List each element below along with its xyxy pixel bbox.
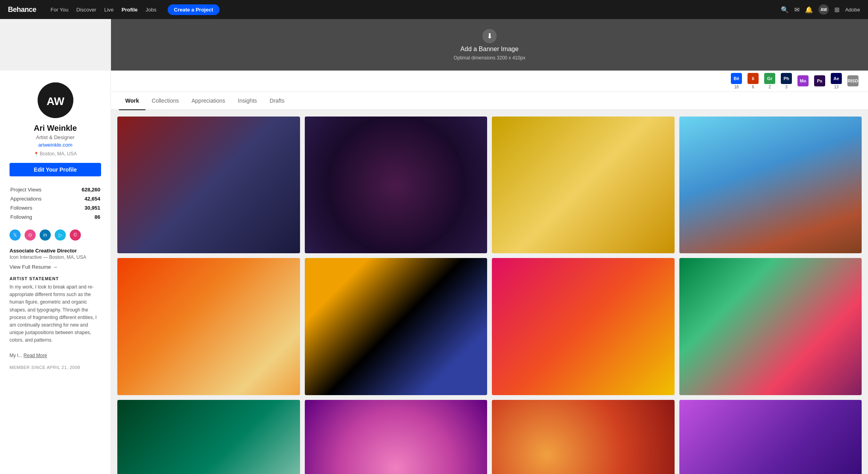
user-location: Boston, MA, USA xyxy=(10,151,101,157)
user-website[interactable]: ariweinkle.com xyxy=(10,142,101,148)
risd-badge-icon: RISD xyxy=(847,75,858,86)
badge-premiere: Ps xyxy=(813,75,827,87)
stats-table: Project Views 628,260 Appreciations 42,6… xyxy=(10,184,101,222)
apps-grid-icon[interactable]: ⊞ xyxy=(834,6,839,13)
portfolio-item[interactable] xyxy=(679,117,862,253)
tab-insights[interactable]: Insights xyxy=(231,92,263,110)
member-since: MEMBER SINCE APRIL 21, 2008 xyxy=(10,365,101,370)
tabs-bar: Work Collections Appreciations Insights … xyxy=(111,92,868,110)
portfolio-item[interactable] xyxy=(679,258,862,395)
create-project-button[interactable]: Create a Project xyxy=(168,4,220,15)
portfolio-item[interactable] xyxy=(117,400,300,474)
artist-statement-title: ARTIST STATEMENT xyxy=(10,276,101,281)
behance-badge-icon: Bē xyxy=(731,73,742,84)
nav-jobs[interactable]: Jobs xyxy=(145,7,156,13)
stat-row-following: Following 86 xyxy=(10,212,100,222)
stat-row-followers: Followers 30,951 xyxy=(10,203,100,212)
profile-content: Bē 18 Ii 6 Gr 2 Ph 3 Mo xyxy=(111,71,868,474)
avatar-wrap: AW xyxy=(10,82,101,118)
twitter-icon[interactable]: 𝕏 xyxy=(10,229,21,241)
social-icons: 𝕏 ⊙ in ▷ © xyxy=(10,229,101,241)
portfolio-item[interactable] xyxy=(305,117,488,253)
banner-subtitle: Optimal dimensions 3200 x 410px xyxy=(454,55,526,61)
badge-illustrator: Ii 6 xyxy=(746,73,760,89)
artist-statement-text: In my work, I look to break apart and re… xyxy=(10,283,101,359)
portfolio-item[interactable] xyxy=(492,400,675,474)
tab-work[interactable]: Work xyxy=(119,92,145,110)
sidebar: AW Ari Weinkle Artist & Designer ariwein… xyxy=(0,71,111,474)
job-title: Associate Creative Director xyxy=(10,248,101,254)
stat-label-appreciations: Appreciations xyxy=(10,196,42,202)
badge-aftereffects: Ae 13 xyxy=(829,73,843,89)
premiere-badge-icon: Ps xyxy=(814,75,825,86)
portfolio-item[interactable] xyxy=(117,117,300,253)
greenscreen-badge-count: 2 xyxy=(769,85,771,89)
messages-icon[interactable]: ✉ xyxy=(794,6,799,13)
stat-value-followers: 30,951 xyxy=(84,205,100,211)
stat-row-appreciations: Appreciations 42,654 xyxy=(10,194,100,203)
illustrator-badge-count: 6 xyxy=(752,85,754,89)
nav-for-you[interactable]: For You xyxy=(51,7,69,13)
banner-title: Add a Banner Image xyxy=(461,46,519,53)
page-wrapper: ⬇ Add a Banner Image Optimal dimensions … xyxy=(0,0,868,474)
banner-upload-icon: ⬇ xyxy=(482,29,497,43)
search-icon[interactable]: 🔍 xyxy=(781,6,789,13)
badge-behance: Bē 18 xyxy=(729,73,744,89)
illustrator-badge-icon: Ii xyxy=(748,73,759,84)
avatar: AW xyxy=(38,82,73,118)
adobe-logo: Adobe xyxy=(845,7,860,13)
portfolio-item[interactable] xyxy=(305,258,488,395)
tab-drafts[interactable]: Drafts xyxy=(263,92,291,110)
portfolio-grid xyxy=(111,110,868,474)
portfolio-item[interactable] xyxy=(492,117,675,253)
stat-value-following: 86 xyxy=(95,214,100,220)
stat-label-views: Project Views xyxy=(10,187,42,193)
app-badges: Bē 18 Ii 6 Gr 2 Ph 3 Mo xyxy=(111,71,868,92)
navbar: Behance For You Discover Live Profile Jo… xyxy=(0,0,868,19)
notifications-icon[interactable]: 🔔 xyxy=(805,6,813,13)
tab-collections[interactable]: Collections xyxy=(145,92,185,110)
nav-profile[interactable]: Profile xyxy=(122,7,138,13)
nav-right: 🔍 ✉ 🔔 AW ⊞ Adobe xyxy=(781,4,860,15)
brand-logo[interactable]: Behance xyxy=(8,6,36,14)
stat-label-following: Following xyxy=(10,214,32,220)
muse-badge-icon: Mo xyxy=(797,75,809,86)
badge-photoshop: Ph 3 xyxy=(779,73,793,89)
nav-links: For You Discover Live Profile Jobs xyxy=(51,7,157,13)
edit-profile-button[interactable]: Edit Your Profile xyxy=(10,163,101,176)
photoshop-badge-count: 3 xyxy=(785,85,788,89)
badge-greenscreen: Gr 2 xyxy=(763,73,777,89)
read-more-link[interactable]: Read More xyxy=(23,353,47,358)
aftereffects-badge-icon: Ae xyxy=(831,73,842,84)
behance-badge-count: 18 xyxy=(734,85,738,89)
user-role: Artist & Designer xyxy=(10,134,101,140)
badge-risd: RISD xyxy=(846,75,860,87)
linkedin-icon[interactable]: in xyxy=(40,229,51,241)
content-row: AW Ari Weinkle Artist & Designer ariwein… xyxy=(0,71,868,474)
photoshop-badge-icon: Ph xyxy=(781,73,792,84)
user-name: Ari Weinkle xyxy=(10,124,101,133)
tab-appreciations[interactable]: Appreciations xyxy=(185,92,231,110)
nav-live[interactable]: Live xyxy=(104,7,114,13)
instagram-icon[interactable]: © xyxy=(70,229,81,241)
svg-text:AW: AW xyxy=(46,95,65,107)
nav-discover[interactable]: Discover xyxy=(76,7,96,13)
job-company: Icon Interactive — Boston, MA, USA xyxy=(10,254,101,260)
stat-value-appreciations: 42,654 xyxy=(84,196,100,202)
user-avatar-nav[interactable]: AW xyxy=(818,4,829,15)
vimeo-icon[interactable]: ▷ xyxy=(55,229,66,241)
portfolio-item[interactable] xyxy=(117,258,300,395)
aftereffects-badge-count: 13 xyxy=(834,85,838,89)
resume-link[interactable]: View Full Resume → xyxy=(10,264,101,270)
stat-row-views: Project Views 628,260 xyxy=(10,185,100,194)
stat-label-followers: Followers xyxy=(10,205,33,211)
banner-area[interactable]: ⬇ Add a Banner Image Optimal dimensions … xyxy=(111,19,868,71)
portfolio-item[interactable] xyxy=(305,400,488,474)
greenscreen-badge-icon: Gr xyxy=(764,73,775,84)
dribbble-icon[interactable]: ⊙ xyxy=(25,229,36,241)
portfolio-item[interactable] xyxy=(679,400,862,474)
badge-muse: Mo xyxy=(796,75,810,87)
portfolio-item[interactable] xyxy=(492,258,675,395)
stat-value-views: 628,260 xyxy=(82,187,100,193)
